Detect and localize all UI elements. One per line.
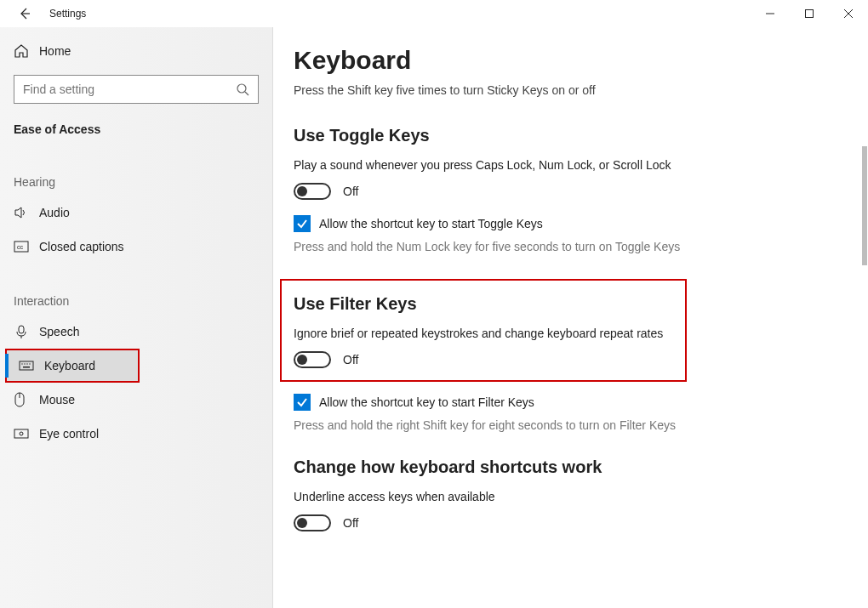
filter-keys-state: Off (343, 353, 358, 367)
svg-point-14 (29, 363, 30, 364)
cc-icon: cc (14, 241, 39, 253)
sidebar-item-label: Mouse (39, 393, 75, 406)
sidebar-item-speech[interactable]: Speech (0, 315, 272, 349)
svg-line-5 (245, 92, 248, 95)
search-icon (236, 82, 249, 96)
toggle-keys-shortcut-label: Allow the shortcut key to start Toggle K… (319, 217, 543, 230)
close-button[interactable] (829, 0, 868, 27)
content-pane: Keyboard Press the Shift key five times … (272, 27, 868, 608)
svg-point-19 (20, 432, 23, 435)
home-label: Home (39, 44, 71, 58)
scrollbar-thumb[interactable] (862, 146, 867, 265)
filter-keys-switch[interactable] (294, 351, 331, 368)
home-nav[interactable]: Home (0, 34, 272, 68)
svg-text:cc: cc (17, 244, 24, 250)
section-filter-keys-desc: Ignore brief or repeated keystrokes and … (294, 326, 673, 341)
sidebar-item-keyboard[interactable]: Keyboard (5, 349, 140, 383)
section-filter-keys-heading: Use Filter Keys (294, 294, 673, 314)
underline-access-keys-switch[interactable] (294, 514, 331, 531)
svg-rect-8 (19, 326, 24, 333)
filter-keys-shortcut-checkbox[interactable] (294, 394, 311, 411)
back-button[interactable] (12, 1, 37, 26)
toggle-keys-switch[interactable] (294, 183, 331, 200)
scrollbar[interactable] (856, 27, 868, 608)
svg-rect-10 (20, 361, 33, 370)
svg-point-12 (24, 363, 25, 364)
home-icon (14, 43, 39, 59)
mouse-icon (14, 392, 39, 407)
category-header: Ease of Access (0, 117, 272, 145)
group-header-hearing: Hearing (0, 175, 272, 196)
filter-keys-hint: Press and hold the right Shift key for e… (294, 418, 685, 434)
sidebar-item-label: Closed captions (39, 240, 124, 253)
group-header-interaction: Interaction (0, 294, 272, 315)
svg-point-11 (21, 363, 22, 364)
titlebar: Settings (0, 0, 868, 27)
toggle-keys-state: Off (343, 185, 358, 198)
sidebar: Home Ease of Access Hearing Audio cc Clo… (0, 27, 272, 608)
page-subtitle: Press the Shift key five times to turn S… (294, 83, 834, 97)
speaker-icon (14, 205, 39, 220)
window-title: Settings (49, 8, 86, 20)
page-title: Keyboard (294, 46, 834, 75)
section-shortcuts-heading: Change how keyboard shortcuts work (294, 457, 834, 477)
minimize-button[interactable] (751, 0, 790, 27)
maximize-button[interactable] (790, 0, 829, 27)
sidebar-item-audio[interactable]: Audio (0, 196, 272, 230)
filter-keys-highlight: Use Filter Keys Ignore brief or repeated… (280, 279, 687, 382)
toggle-keys-hint: Press and hold the Num Lock key for five… (294, 239, 685, 255)
underline-access-keys-state: Off (343, 516, 358, 530)
section-toggle-keys-desc: Play a sound whenever you press Caps Loc… (294, 157, 736, 173)
sidebar-item-eye-control[interactable]: Eye control (0, 417, 272, 451)
toggle-keys-shortcut-checkbox[interactable] (294, 215, 311, 232)
svg-rect-1 (806, 10, 814, 18)
sidebar-item-label: Audio (39, 206, 70, 219)
section-shortcuts-desc: Underline access keys when available (294, 489, 736, 504)
keyboard-icon (19, 361, 44, 371)
search-box[interactable] (14, 75, 259, 104)
window-controls (751, 0, 868, 27)
section-toggle-keys-heading: Use Toggle Keys (294, 126, 834, 145)
sidebar-item-label: Keyboard (44, 359, 95, 372)
filter-keys-shortcut-label: Allow the shortcut key to start Filter K… (319, 395, 534, 409)
sidebar-item-label: Eye control (39, 427, 99, 440)
sidebar-item-mouse[interactable]: Mouse (0, 383, 272, 417)
eye-icon (14, 428, 39, 440)
microphone-icon (14, 324, 39, 339)
sidebar-item-closed-captions[interactable]: cc Closed captions (0, 230, 272, 264)
svg-point-4 (237, 84, 246, 93)
svg-rect-15 (23, 367, 30, 368)
sidebar-item-label: Speech (39, 325, 79, 338)
svg-rect-18 (14, 429, 28, 438)
search-input[interactable] (23, 82, 236, 96)
svg-point-13 (26, 363, 27, 364)
